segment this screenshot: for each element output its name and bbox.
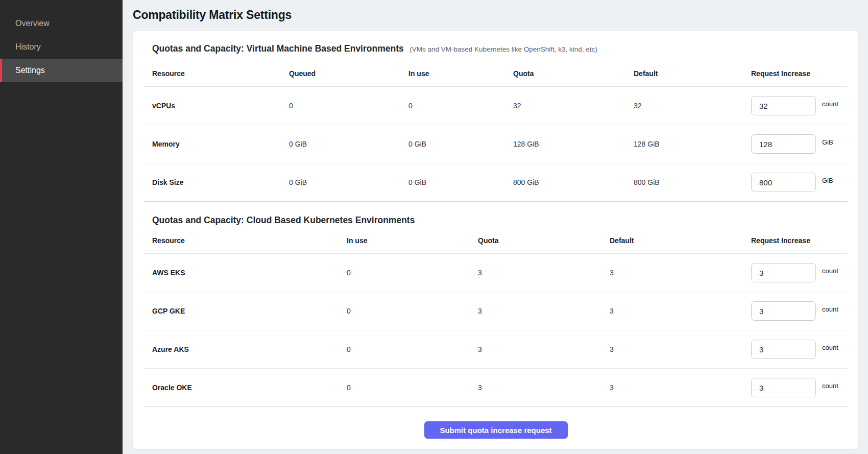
cell-default: 3 bbox=[610, 384, 751, 392]
vm-table-row-vcpus: vCPUs003232count bbox=[144, 87, 848, 125]
cloud-table-row-azure-aks: Azure AKS033count bbox=[144, 330, 848, 369]
resource-name: AWS EKS bbox=[144, 269, 347, 277]
cell-in-use: 0 GiB bbox=[408, 140, 513, 148]
resource-name: vCPUs bbox=[144, 102, 289, 110]
resource-name: Disk Size bbox=[144, 178, 289, 186]
cell-quota: 800 GiB bbox=[513, 178, 634, 186]
cell-queued: 0 GiB bbox=[289, 178, 408, 186]
cell-queued: 0 GiB bbox=[289, 140, 408, 148]
column-header-request-increase: Request Increase bbox=[751, 69, 848, 78]
submit-quota-button[interactable]: Submit quota increase request bbox=[424, 421, 568, 439]
cell-in-use: 0 bbox=[347, 384, 478, 392]
request-increase-cell: GiB bbox=[751, 134, 848, 154]
column-header-in-use: In use bbox=[408, 69, 513, 78]
cell-in-use: 0 GiB bbox=[408, 178, 513, 186]
vm-table-row-disk-size: Disk Size0 GiB0 GiB800 GiB800 GiBGiB bbox=[144, 163, 848, 202]
cloud-table-row-aws-eks: AWS EKS033count bbox=[144, 254, 848, 292]
request-increase-cell: count bbox=[751, 378, 848, 397]
sidebar-item-settings[interactable]: Settings bbox=[0, 59, 123, 82]
cloud-quota-table: ResourceIn useQuotaDefaultRequest Increa… bbox=[144, 228, 848, 407]
cell-in-use: 0 bbox=[347, 269, 478, 277]
cell-quota: 128 GiB bbox=[513, 140, 634, 148]
cell-default: 800 GiB bbox=[634, 178, 751, 186]
unit-label: count bbox=[822, 382, 838, 390]
sidebar-item-overview[interactable]: Overview bbox=[0, 12, 123, 35]
cloud-table-row-oracle-oke: Oracle OKE033count bbox=[144, 369, 848, 407]
cell-queued: 0 bbox=[289, 102, 408, 110]
cell-quota: 3 bbox=[478, 384, 610, 392]
column-header-in-use: In use bbox=[347, 236, 478, 245]
unit-label: GiB bbox=[822, 177, 833, 184]
page-title: Compatibility Matrix Settings bbox=[133, 8, 859, 22]
request-increase-input-vcpus[interactable] bbox=[751, 96, 816, 115]
sidebar-item-history[interactable]: History bbox=[0, 35, 123, 59]
cell-default: 32 bbox=[634, 102, 751, 110]
request-increase-input-memory[interactable] bbox=[751, 134, 816, 154]
column-header-resource: Resource bbox=[144, 69, 289, 78]
unit-label: GiB bbox=[822, 138, 833, 146]
unit-label: count bbox=[822, 100, 838, 108]
unit-label: count bbox=[822, 305, 838, 313]
request-increase-cell: count bbox=[751, 263, 848, 282]
cell-in-use: 0 bbox=[347, 345, 478, 353]
vm-table-row-memory: Memory0 GiB0 GiB128 GiB128 GiBGiB bbox=[144, 125, 848, 163]
sidebar-nav: OverviewHistorySettings bbox=[0, 12, 123, 82]
unit-label: count bbox=[822, 344, 838, 351]
cell-quota: 3 bbox=[478, 307, 610, 315]
cell-default: 3 bbox=[610, 269, 751, 277]
column-header-quota: Quota bbox=[478, 236, 610, 245]
request-increase-cell: count bbox=[751, 301, 848, 321]
request-increase-cell: count bbox=[751, 96, 848, 115]
column-header-resource: Resource bbox=[144, 236, 347, 245]
vm-quota-table: ResourceQueuedIn useQuotaDefaultRequest … bbox=[144, 61, 848, 202]
cloud-header-row: ResourceIn useQuotaDefaultRequest Increa… bbox=[144, 228, 848, 254]
cell-quota: 3 bbox=[478, 269, 610, 277]
column-header-default: Default bbox=[634, 69, 751, 78]
cell-quota: 32 bbox=[513, 102, 634, 110]
cell-default: 3 bbox=[610, 345, 751, 353]
column-header-default: Default bbox=[610, 236, 751, 245]
cell-default: 3 bbox=[610, 307, 751, 315]
vm-section-title: Quotas and Capacity: Virtual Machine Bas… bbox=[152, 43, 404, 54]
app-root: OverviewHistorySettings Compatibility Ma… bbox=[0, 0, 868, 454]
quota-settings-card: Quotas and Capacity: Virtual Machine Bas… bbox=[133, 31, 859, 449]
column-header-quota: Quota bbox=[513, 69, 634, 78]
sidebar: OverviewHistorySettings bbox=[0, 0, 123, 454]
request-increase-input-oracle-oke[interactable] bbox=[751, 378, 816, 397]
resource-name: Oracle OKE bbox=[144, 384, 347, 392]
vm-header-row: ResourceQueuedIn useQuotaDefaultRequest … bbox=[144, 61, 848, 87]
request-increase-input-azure-aks[interactable] bbox=[751, 340, 816, 359]
main-content: Compatibility Matrix Settings Quotas and… bbox=[123, 0, 868, 454]
resource-name: GCP GKE bbox=[144, 307, 347, 315]
cell-quota: 3 bbox=[478, 345, 610, 353]
card-footer: Submit quota increase request bbox=[144, 407, 848, 439]
cell-default: 128 GiB bbox=[634, 140, 751, 148]
vm-section-header: Quotas and Capacity: Virtual Machine Bas… bbox=[144, 43, 848, 54]
request-increase-input-aws-eks[interactable] bbox=[751, 263, 816, 282]
cell-in-use: 0 bbox=[408, 102, 513, 110]
cloud-table-row-gcp-gke: GCP GKE033count bbox=[144, 292, 848, 330]
request-increase-cell: count bbox=[751, 340, 848, 359]
cell-in-use: 0 bbox=[347, 307, 478, 315]
column-header-request-increase: Request Increase bbox=[751, 236, 848, 245]
request-increase-input-disk-size[interactable] bbox=[751, 173, 816, 192]
request-increase-cell: GiB bbox=[751, 173, 848, 192]
unit-label: count bbox=[822, 267, 838, 275]
request-increase-input-gcp-gke[interactable] bbox=[751, 301, 816, 321]
resource-name: Memory bbox=[144, 140, 289, 148]
cloud-section-title: Quotas and Capacity: Cloud Based Kuberne… bbox=[152, 215, 415, 225]
vm-section-subtitle: (VMs and VM-based Kubernetes like OpenSh… bbox=[409, 45, 597, 53]
cloud-section-header: Quotas and Capacity: Cloud Based Kuberne… bbox=[144, 215, 848, 226]
column-header-queued: Queued bbox=[289, 69, 408, 78]
resource-name: Azure AKS bbox=[144, 345, 347, 353]
